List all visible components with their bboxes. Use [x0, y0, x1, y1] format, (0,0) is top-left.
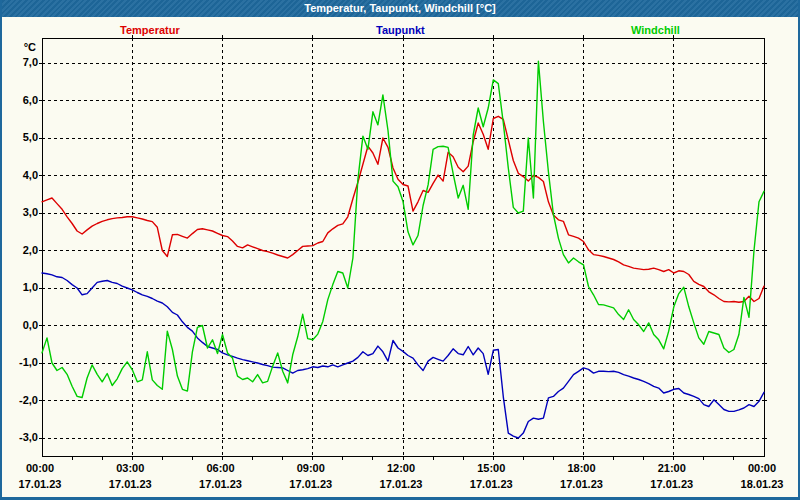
chart-window: Temperatur, Taupunkt, Windchill [°C] Tem…	[0, 0, 800, 500]
x-tick-date-label: 17.01.23	[289, 478, 332, 491]
y-tick-label: 6,0	[4, 94, 38, 107]
x-tick-date-label: 17.01.23	[380, 478, 423, 491]
x-tick-date-label: 17.01.23	[109, 478, 152, 491]
y-tick-label: -1,0	[4, 356, 38, 369]
window-title-bar[interactable]: Temperatur, Taupunkt, Windchill [°C]	[0, 0, 800, 17]
x-tick-date-label: 18.01.23	[741, 478, 784, 491]
x-tick-date-label: 17.01.23	[199, 478, 242, 491]
y-tick-label: -2,0	[4, 394, 38, 407]
y-tick-label: 3,0	[4, 206, 38, 219]
y-axis-unit-label: °C	[0, 41, 36, 53]
x-tick-time-label: 21:00	[658, 462, 686, 475]
x-tick-date-label: 17.01.23	[560, 478, 603, 491]
y-tick-label: 7,0	[4, 56, 38, 69]
x-tick-time-label: 00:00	[748, 462, 776, 475]
x-tick-date-label: 17.01.23	[650, 478, 693, 491]
y-tick-label: 4,0	[4, 169, 38, 182]
x-tick-time-label: 18:00	[567, 462, 595, 475]
x-tick-time-label: 12:00	[387, 462, 415, 475]
x-tick-date-label: 17.01.23	[470, 478, 513, 491]
x-tick-time-label: 00:00	[26, 462, 54, 475]
x-tick-time-label: 15:00	[477, 462, 505, 475]
y-tick-label: 2,0	[4, 244, 38, 257]
chart-plot-area	[39, 35, 769, 465]
x-tick-date-label: 17.01.23	[19, 478, 62, 491]
y-tick-label: 0,0	[4, 319, 38, 332]
x-tick-time-label: 03:00	[116, 462, 144, 475]
window-title: Temperatur, Taupunkt, Windchill [°C]	[304, 2, 496, 14]
x-tick-time-label: 09:00	[297, 462, 325, 475]
y-tick-label: 1,0	[4, 281, 38, 294]
x-tick-time-label: 06:00	[206, 462, 234, 475]
y-tick-label: -3,0	[4, 431, 38, 444]
y-tick-label: 5,0	[4, 131, 38, 144]
